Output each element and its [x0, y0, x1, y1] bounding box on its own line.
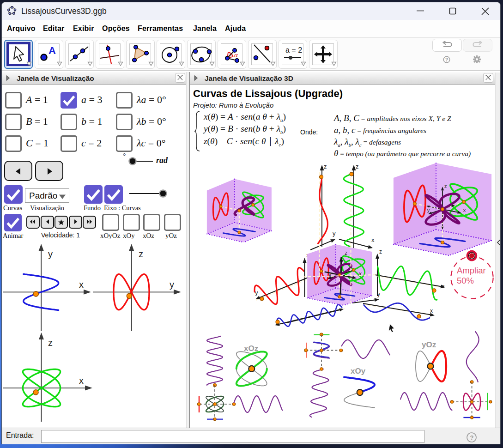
svg-text:x: x — [463, 207, 466, 213]
svg-text:y: y — [328, 272, 331, 278]
svg-text:z: z — [444, 183, 447, 189]
svg-text:50%: 50% — [457, 276, 474, 285]
svg-text:Ampliar: Ampliar — [457, 266, 486, 275]
svg-text:y: y — [170, 279, 174, 290]
svg-text:a = 2: a = 2 — [285, 46, 302, 54]
svg-text:y: y — [333, 230, 336, 237]
svg-text:A: A — [48, 45, 56, 56]
svg-text:z: z — [345, 250, 347, 256]
svg-text:z: z — [48, 338, 53, 348]
svg-text:y: y — [48, 249, 53, 259]
svg-text:?: ? — [470, 434, 474, 441]
svg-text:x: x — [371, 236, 375, 243]
svg-text:z: z — [139, 249, 143, 259]
svg-text:xOy: xOy — [351, 367, 366, 375]
svg-text:z: z — [356, 163, 359, 170]
svg-text:x: x — [79, 375, 84, 386]
svg-text:x: x — [359, 271, 362, 277]
svg-text:?: ? — [445, 57, 448, 62]
svg-text:yOz: yOz — [422, 340, 436, 349]
svg-text:z: z — [324, 163, 327, 170]
svg-text:x: x — [79, 279, 84, 290]
svg-text:xOz: xOz — [244, 344, 258, 353]
svg-text:z: z — [379, 248, 382, 255]
svg-text:y: y — [255, 289, 258, 296]
svg-text:x: x — [442, 283, 445, 290]
svg-text:x: x — [430, 308, 433, 314]
svg-text:y: y — [427, 207, 430, 213]
